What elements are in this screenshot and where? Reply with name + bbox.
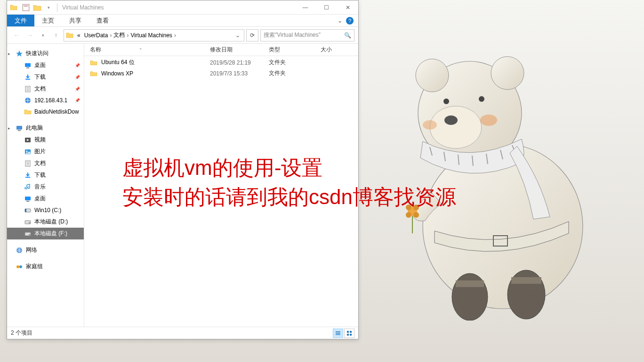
qat-new-folder-icon[interactable]: [33, 3, 41, 12]
svg-rect-48: [29, 222, 30, 223]
breadcrumb-sep-icon: ›: [174, 32, 176, 39]
view-switcher: [333, 329, 354, 338]
svg-rect-54: [336, 331, 340, 332]
sidebar-quick-item[interactable]: 下载📌: [7, 71, 84, 83]
nav-up-button[interactable]: ↑: [50, 30, 62, 41]
maximize-button[interactable]: ☐: [316, 0, 337, 15]
breadcrumb-userdata[interactable]: UserData: [82, 32, 110, 39]
search-icon[interactable]: 🔍: [344, 32, 351, 39]
sidebar-pc-item[interactable]: 音乐: [7, 181, 84, 193]
sidebar-item-label: 文档: [34, 85, 46, 93]
folder-icon: [24, 108, 32, 115]
breadcrumb-documents[interactable]: 文档: [112, 31, 127, 39]
column-date[interactable]: 修改日期: [210, 46, 269, 54]
folder-icon: [90, 70, 97, 77]
column-size[interactable]: 大小: [321, 46, 358, 54]
explorer-window: ▾ Virtual Machines — ☐ ✕ 文件 主页 共享 查看 ⌄ ?…: [7, 0, 359, 339]
pin-icon: 📌: [75, 98, 80, 103]
status-bar: 2 个项目: [7, 327, 358, 339]
column-headers: 名称 ⌃ 修改日期 类型 大小: [84, 44, 358, 56]
doc-icon: [24, 85, 32, 93]
svg-rect-33: [18, 130, 21, 131]
nav-back-button[interactable]: ←: [11, 30, 22, 41]
svg-point-37: [26, 150, 28, 152]
svg-rect-46: [25, 209, 26, 212]
pin-icon: 📌: [75, 75, 80, 80]
quick-access-label: 快速访问: [26, 49, 48, 58]
nav-forward-button[interactable]: →: [24, 30, 35, 41]
file-date: 2019/5/28 21:19: [210, 59, 269, 66]
nav-recent-dropdown[interactable]: ▾: [37, 30, 48, 41]
sidebar-item-label: 文档: [34, 159, 46, 167]
expand-icon[interactable]: ▸: [8, 51, 10, 56]
sidebar-item-label: BaiduNetdiskDow: [34, 108, 79, 115]
breadcrumb-overflow[interactable]: «: [75, 32, 82, 39]
address-bar[interactable]: « UserData › 文档 › Virtual Machines › ⌄: [64, 29, 244, 41]
svg-point-53: [19, 265, 22, 268]
sidebar-network[interactable]: 网络: [7, 244, 84, 256]
disk-icon: [24, 218, 32, 226]
sidebar-item-label: Win10 (C:): [34, 207, 61, 214]
address-row: ← → ▾ ↑ « UserData › 文档 › Virtual Machin…: [7, 27, 358, 44]
svg-rect-24: [25, 63, 31, 67]
breadcrumb-vm[interactable]: Virtual Machines: [129, 32, 174, 39]
refresh-button[interactable]: ⟳: [246, 29, 258, 41]
download-icon: [24, 172, 32, 179]
svg-rect-55: [336, 333, 340, 334]
address-dropdown-icon[interactable]: ⌄: [233, 32, 242, 39]
close-button[interactable]: ✕: [337, 0, 358, 15]
sidebar-pc-item[interactable]: 文档: [7, 157, 84, 169]
sidebar-homegroup[interactable]: 家庭组: [7, 261, 84, 272]
minimize-button[interactable]: —: [295, 0, 316, 15]
sidebar-pc-item[interactable]: 本地磁盘 (D:): [7, 216, 84, 228]
qat-properties-icon[interactable]: [22, 3, 30, 12]
help-button[interactable]: ?: [346, 17, 354, 25]
qat-dropdown-icon[interactable]: ▾: [44, 3, 53, 12]
sidebar-pc-item[interactable]: 本地磁盘 (F:): [7, 228, 84, 239]
sidebar-quick-access[interactable]: ▸ 快速访问: [7, 48, 84, 59]
sidebar-quick-item[interactable]: 192.168.43.1📌: [7, 95, 84, 106]
view-details-button[interactable]: [333, 329, 343, 338]
file-name: Ubuntu 64 位: [101, 58, 135, 66]
star-icon: [16, 50, 23, 58]
sort-indicator-icon: ⌃: [139, 48, 143, 52]
svg-rect-22: [24, 5, 28, 6]
pin-icon: 📌: [75, 63, 80, 68]
ribbon-tab-file[interactable]: 文件: [7, 15, 34, 26]
sidebar-quick-item[interactable]: 桌面📌: [7, 59, 84, 71]
view-thumbnails-button[interactable]: [344, 329, 354, 338]
file-row[interactable]: Windows XP2019/7/3 15:33文件夹: [84, 68, 358, 79]
svg-point-5: [444, 115, 458, 125]
svg-point-4: [430, 106, 482, 148]
svg-rect-57: [347, 331, 349, 333]
sidebar-quick-item[interactable]: BaiduNetdiskDow: [7, 106, 84, 117]
sidebar-this-pc[interactable]: ▸ 此电脑: [7, 122, 84, 134]
svg-point-52: [16, 265, 19, 268]
ribbon-tab-view[interactable]: 查看: [89, 15, 116, 26]
sidebar-pc-item[interactable]: 视频: [7, 134, 84, 146]
ribbon-expand-icon[interactable]: ⌄: [338, 17, 342, 24]
homegroup-icon: [16, 263, 23, 271]
sidebar-pc-item[interactable]: 下载: [7, 169, 84, 181]
svg-rect-43: [25, 197, 31, 200]
sidebar-item-label: 音乐: [34, 183, 46, 191]
sidebar-item-label: 本地磁盘 (D:): [34, 218, 68, 226]
sidebar-quick-item[interactable]: 文档📌: [7, 83, 84, 95]
ribbon-tab-share[interactable]: 共享: [62, 15, 89, 26]
sidebar-pc-item[interactable]: 图片: [7, 146, 84, 157]
sidebar-item-label: 下载: [34, 73, 46, 81]
music-icon: [24, 183, 32, 191]
column-name[interactable]: 名称 ⌃: [90, 46, 210, 54]
ribbon-tab-home[interactable]: 主页: [34, 15, 62, 26]
column-type[interactable]: 类型: [269, 46, 321, 54]
sidebar-pc-item[interactable]: Win10 (C:): [7, 205, 84, 216]
expand-icon[interactable]: ▸: [8, 126, 10, 131]
search-box[interactable]: 搜索"Virtual Machines" 🔍: [260, 29, 354, 41]
svg-rect-21: [23, 4, 29, 11]
file-row[interactable]: Ubuntu 64 位2019/5/28 21:19文件夹: [84, 57, 358, 68]
desktop-icon: [24, 62, 32, 69]
sidebar-item-label: 桌面: [34, 61, 46, 69]
sidebar-pc-item[interactable]: 桌面: [7, 193, 84, 205]
item-count: 2 个项目: [11, 329, 32, 337]
svg-rect-60: [350, 334, 352, 336]
